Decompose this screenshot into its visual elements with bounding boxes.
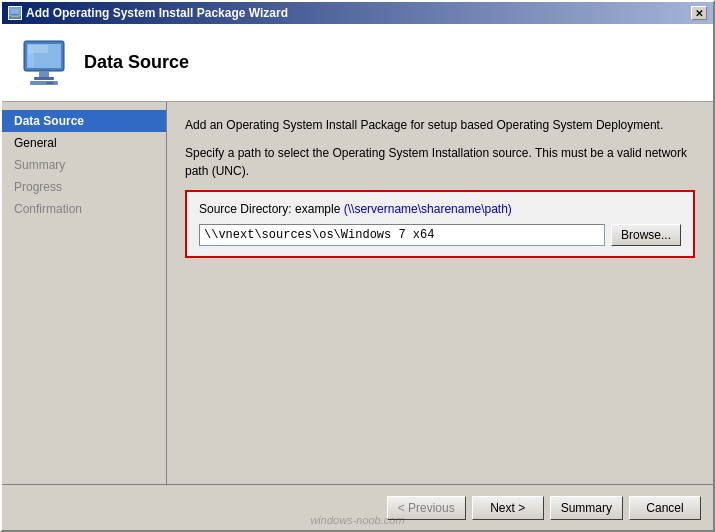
source-label: Source Directory: example (\\servername\… [199, 202, 681, 216]
svg-rect-7 [28, 45, 34, 67]
description-2: Specify a path to select the Operating S… [185, 144, 695, 180]
title-bar-text: Add Operating System Install Package Wiz… [26, 6, 288, 20]
svg-rect-9 [34, 77, 54, 80]
wizard-body: Data Source General Summary Progress Con… [2, 102, 713, 484]
header-title: Data Source [84, 52, 189, 73]
wizard-window: Add Operating System Install Package Wiz… [0, 0, 715, 532]
close-button[interactable]: ✕ [691, 6, 707, 20]
nav-item-confirmation: Confirmation [2, 198, 166, 220]
title-bar-left: Add Operating System Install Package Wiz… [8, 6, 288, 20]
svg-rect-3 [11, 17, 19, 18]
summary-button[interactable]: Summary [550, 496, 623, 520]
previous-button[interactable]: < Previous [387, 496, 466, 520]
svg-rect-11 [46, 82, 54, 84]
source-directory-box: Source Directory: example (\\servername\… [185, 190, 695, 258]
nav-item-general[interactable]: General [2, 132, 166, 154]
wizard-content: Add an Operating System Install Package … [167, 102, 713, 484]
source-input-row: Browse... [199, 224, 681, 246]
cancel-button[interactable]: Cancel [629, 496, 701, 520]
next-button[interactable]: Next > [472, 496, 544, 520]
svg-rect-2 [12, 16, 18, 17]
nav-item-progress: Progress [2, 176, 166, 198]
wizard-nav: Data Source General Summary Progress Con… [2, 102, 167, 484]
title-bar: Add Operating System Install Package Wiz… [2, 2, 713, 24]
source-directory-input[interactable] [199, 224, 605, 246]
description-1: Add an Operating System Install Package … [185, 116, 695, 134]
wizard-header: Data Source [2, 24, 713, 102]
computer-icon [18, 37, 70, 89]
nav-item-data-source[interactable]: Data Source [2, 110, 166, 132]
title-bar-icon [8, 6, 22, 20]
browse-button[interactable]: Browse... [611, 224, 681, 246]
nav-item-summary: Summary [2, 154, 166, 176]
source-label-example: (\\servername\sharename\path) [344, 202, 512, 216]
svg-rect-8 [39, 71, 49, 77]
svg-rect-1 [11, 9, 19, 14]
wizard-footer: < Previous Next > Summary Cancel [2, 484, 713, 530]
